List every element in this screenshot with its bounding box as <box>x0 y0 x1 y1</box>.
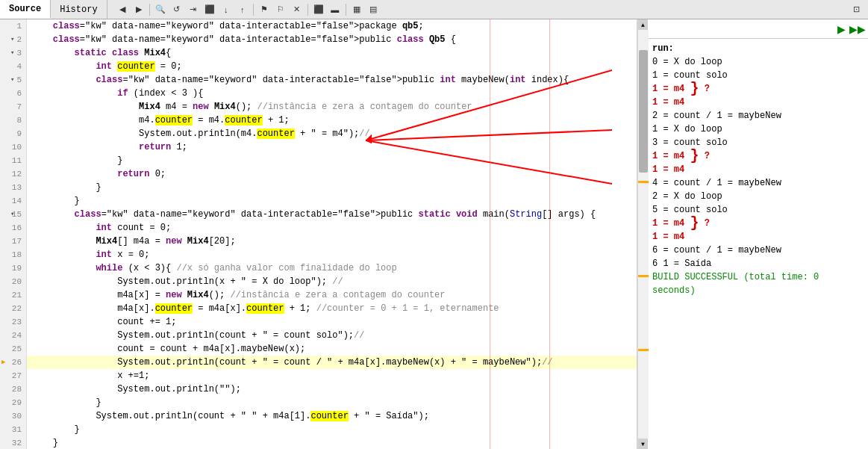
code-line-32: } <box>27 436 637 449</box>
scroll-marker-3 <box>638 349 649 351</box>
keyword: int <box>96 250 112 260</box>
code-line-27: x +=1; <box>27 369 637 383</box>
output-line-4: 2 = count / 1 = maybeNew <box>652 109 864 123</box>
classname: Qb5 <box>429 34 446 45</box>
chart2-button[interactable]: ▤ <box>366 2 381 17</box>
step-over-button[interactable]: ⇥ <box>186 2 201 17</box>
step-button-4[interactable]: ↑ <box>235 2 250 17</box>
output-title: run: <box>652 42 864 55</box>
code-line-28: System.out.println(""); <box>27 383 637 396</box>
classname: Mix4 <box>139 102 160 112</box>
stop-button[interactable]: ▬ <box>328 2 343 17</box>
step-button-3[interactable]: ↓ <box>219 2 234 17</box>
code-line-18: int x = 0; <box>27 248 637 261</box>
main-area: 12▾3▾45▾6789101112131415▾161718192021222… <box>0 19 868 449</box>
code-line-10: return 1; <box>27 140 637 154</box>
line-number-6: 6 <box>0 87 26 100</box>
keyword: new <box>193 102 209 112</box>
line-number-15: 15▾ <box>0 208 26 221</box>
output-line-18: 6 1 = Saída <box>652 257 864 270</box>
code-line-29: } <box>27 396 637 409</box>
tab-bar: Source History ◀ ▶ 🔍 ↺ ⇥ ⬛ ↓ ↑ ⚑ ⚐ ✕ ⬛ ▬… <box>0 0 868 19</box>
comment: // <box>359 128 369 139</box>
code-line-11: } <box>27 154 637 167</box>
chart-button[interactable]: ▦ <box>349 2 364 17</box>
scroll-thumb[interactable] <box>639 50 648 173</box>
line-numbers: 12▾3▾45▾6789101112131415▾161718192021222… <box>0 19 27 449</box>
code-line-6: if (index < 3 ){ <box>27 87 637 100</box>
line-number-30: 30 <box>0 409 26 423</box>
counter-highlight: counter <box>155 303 193 314</box>
back-button[interactable]: ◀ <box>115 2 130 17</box>
code-line-25: count = count + m4a[x].maybeNew(x); <box>27 342 637 356</box>
output-run-btn[interactable]: ▶ <box>834 22 849 37</box>
counter-highlight: counter <box>246 303 284 314</box>
output-scroll[interactable]: run:0 = X do loop1 = count solo1 = m4 } … <box>648 39 868 449</box>
bookmark-down-button[interactable]: ⚐ <box>273 2 288 17</box>
code-line-2: class="kw" data-name="keyword" data-inte… <box>27 33 637 46</box>
tab-source[interactable]: Source <box>0 0 51 19</box>
line-number-9: 9 <box>0 127 26 140</box>
classname: Mix4 <box>144 48 166 58</box>
line-number-16: 16 <box>0 221 26 235</box>
output-panel: ▶ ▶▶ run:0 = X do loop1 = count solo1 = … <box>648 19 868 449</box>
scroll-down-btn[interactable]: ▼ <box>638 439 649 449</box>
output-header: ▶ ▶▶ <box>648 19 868 39</box>
comment: //instância e zera a contagem do counter <box>230 290 445 300</box>
code-line-15: class="kw" data-name="keyword" data-inte… <box>27 208 637 221</box>
counter-highlight: counter <box>117 61 154 72</box>
forward-button[interactable]: ▶ <box>131 2 146 17</box>
scroll-track[interactable] <box>638 30 649 439</box>
line-number-27: 27 <box>0 369 26 383</box>
classname: Mix4 <box>96 236 117 247</box>
step-button-2[interactable]: ⬛ <box>202 2 217 17</box>
line-number-25: 25 <box>0 342 26 356</box>
zoom-out-button[interactable]: 🔍 <box>153 2 168 17</box>
scroll-up-btn[interactable]: ▲ <box>638 19 649 30</box>
toolbar: ◀ ▶ 🔍 ↺ ⇥ ⬛ ↓ ↑ ⚑ ⚐ ✕ ⬛ ▬ ▦ ▤ <box>110 0 385 19</box>
code-line-30: System.out.println(count + " " + m4a[1].… <box>27 409 637 423</box>
counter-highlight: counter <box>155 115 193 126</box>
refresh-button[interactable]: ↺ <box>169 2 184 17</box>
output-debug-btn[interactable]: ▶▶ <box>850 22 865 37</box>
line-number-20: 20 <box>0 275 26 288</box>
keyword: class <box>53 21 80 31</box>
line-number-11: 11 <box>0 154 26 167</box>
output-line-12: 2 = X do loop <box>652 190 864 203</box>
output-line-19: BUILD SUCCESSFUL (total time: 0 seconds) <box>652 270 864 297</box>
keyword: class <box>397 34 424 45</box>
code-line-12: return 0; <box>27 167 637 181</box>
code-line-14: } <box>27 194 637 208</box>
keyword: new <box>166 236 182 247</box>
classname: Mix4 <box>187 236 209 247</box>
line-number-18: 18 <box>0 248 26 261</box>
keyword: int <box>440 75 456 85</box>
run-button[interactable]: ⬛ <box>311 2 326 17</box>
output-line-1: 1 = count solo <box>652 69 864 82</box>
line-number-1: 1 <box>0 19 26 33</box>
comment: // <box>332 276 343 287</box>
bookmark-clear-button[interactable]: ✕ <box>290 2 305 17</box>
keyword: static <box>75 48 107 58</box>
code-line-31: } <box>27 423 637 436</box>
line-number-8: 8 <box>0 114 26 127</box>
scroll-marker-1 <box>638 181 649 183</box>
line-number-4: 4 <box>0 60 26 73</box>
keyword: new <box>166 290 182 300</box>
right-scrollbar[interactable]: ▲ ▼ <box>637 19 648 449</box>
keyword: class <box>96 75 122 85</box>
line-number-3: 3▾ <box>0 46 26 60</box>
line-number-19: 19 <box>0 261 26 275</box>
code-scroll[interactable]: 12▾3▾45▾6789101112131415▾161718192021222… <box>0 19 637 449</box>
output-line-0: 0 = X do loop <box>652 55 864 69</box>
bookmark-button[interactable]: ⚑ <box>257 2 272 17</box>
comment: // <box>354 330 364 341</box>
scroll-marker-2 <box>638 275 649 277</box>
keyword: class <box>75 209 102 220</box>
maximize-button[interactable]: ⊡ <box>849 2 864 17</box>
code-line-19: while (x < 3){ //x só ganha valor com fi… <box>27 261 637 275</box>
code-line-17: Mix4[] m4a = new Mix4[20]; <box>27 235 637 248</box>
tab-history[interactable]: History <box>51 0 107 19</box>
line-number-26: 26 <box>0 356 26 369</box>
toolbar-sep-1 <box>149 4 150 16</box>
